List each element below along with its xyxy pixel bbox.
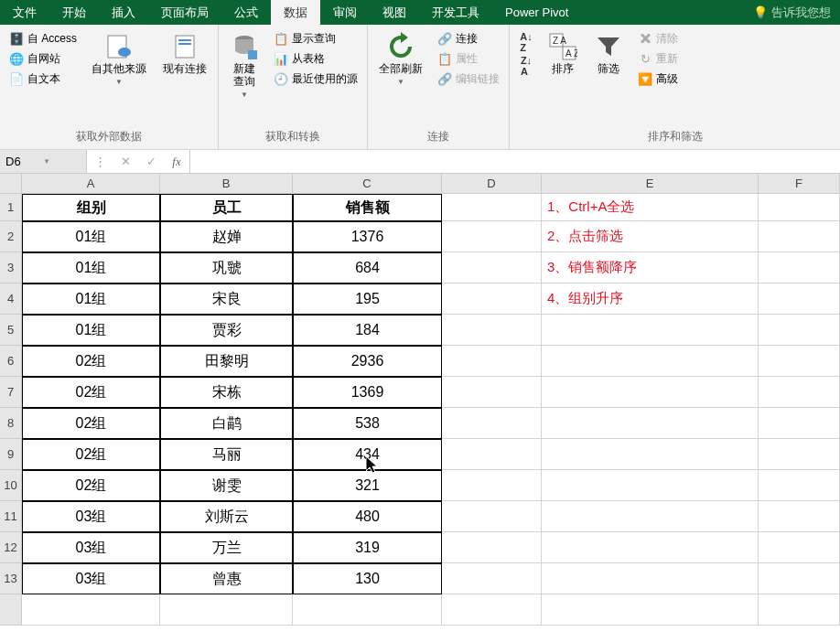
cell-D4[interactable] — [442, 284, 542, 315]
cell-D7[interactable] — [442, 377, 542, 408]
sort-az-button[interactable]: A↓Z — [515, 34, 537, 50]
cell-A8[interactable]: 02组 — [22, 408, 160, 439]
row-header-11[interactable]: 11 — [0, 501, 22, 532]
cell-C11[interactable]: 480 — [293, 501, 442, 532]
cell-F14[interactable] — [759, 594, 840, 626]
cell-header-2[interactable]: 销售额 — [293, 194, 442, 221]
sort-button[interactable]: Z AA Z 排序 — [543, 28, 583, 80]
cell-C4[interactable]: 195 — [293, 284, 442, 315]
advanced-filter-button[interactable]: 🔽 高级 — [634, 70, 682, 88]
cell-E5[interactable] — [542, 315, 759, 346]
cell-C12[interactable]: 319 — [293, 532, 442, 563]
row-header-4[interactable]: 4 — [0, 284, 22, 315]
cell-A3[interactable]: 01组 — [22, 252, 160, 284]
cell-C7[interactable]: 1369 — [293, 377, 442, 408]
clear-filter-button[interactable]: 🗙 清除 — [634, 30, 682, 48]
cell-B4[interactable]: 宋良 — [160, 284, 293, 315]
cell-D2[interactable] — [442, 221, 542, 252]
menu-dev[interactable]: 开发工具 — [419, 0, 492, 25]
cell-F12[interactable] — [759, 532, 840, 563]
edit-links-button[interactable]: 🔗 编辑链接 — [434, 70, 503, 88]
cell-C3[interactable]: 684 — [293, 252, 442, 284]
fb-dots[interactable]: ⋮ — [87, 150, 113, 173]
row-header-7[interactable]: 7 — [0, 377, 22, 408]
cell-A13[interactable]: 03组 — [22, 563, 160, 594]
cell-E3[interactable]: 3、销售额降序 — [542, 252, 759, 284]
tell-me-box[interactable]: 💡 告诉我您想 — [744, 0, 840, 25]
row-header-9[interactable]: 9 — [0, 439, 22, 470]
cell-header-1[interactable]: 员工 — [160, 194, 293, 221]
menu-file[interactable]: 文件 — [0, 0, 49, 25]
fx-button[interactable]: fx — [164, 150, 189, 173]
cell-A11[interactable]: 03组 — [22, 501, 160, 532]
cell-A5[interactable]: 01组 — [22, 315, 160, 346]
cell-A14[interactable] — [22, 594, 160, 626]
new-query-button[interactable]: 新建 查询 ▼ — [224, 28, 264, 102]
menu-review[interactable]: 审阅 — [320, 0, 370, 25]
from-other-button[interactable]: 自其他来源 ▼ — [86, 28, 152, 90]
recent-source-button[interactable]: 🕘 最近使用的源 — [270, 70, 361, 88]
row-header-13[interactable]: 13 — [0, 563, 22, 594]
accept-formula-button[interactable]: ✓ — [138, 150, 164, 173]
menu-insert[interactable]: 插入 — [99, 0, 148, 25]
cell-D14[interactable] — [442, 594, 542, 626]
cell-D5[interactable] — [442, 315, 542, 346]
cell-F1[interactable] — [759, 194, 840, 221]
cell-F7[interactable] — [759, 377, 840, 408]
row-header-2[interactable]: 2 — [0, 221, 22, 252]
cell-E11[interactable] — [542, 501, 759, 532]
cell-B2[interactable]: 赵婵 — [160, 221, 293, 252]
menu-formula[interactable]: 公式 — [221, 0, 271, 25]
cell-B5[interactable]: 贾彩 — [160, 315, 293, 346]
col-header-D[interactable]: D — [442, 174, 542, 194]
formula-input[interactable] — [190, 150, 840, 173]
col-header-B[interactable]: B — [160, 174, 293, 194]
reapply-button[interactable]: ↻ 重新 — [634, 50, 682, 68]
row-header-8[interactable]: 8 — [0, 408, 22, 439]
menu-layout[interactable]: 页面布局 — [148, 0, 221, 25]
cell-A2[interactable]: 01组 — [22, 221, 160, 252]
cell-C2[interactable]: 1376 — [293, 221, 442, 252]
from-web-button[interactable]: 🌐 自网站 — [5, 50, 81, 68]
cell-E10[interactable] — [542, 470, 759, 501]
cell-C6[interactable]: 2936 — [293, 346, 442, 377]
cancel-formula-button[interactable]: ✕ — [113, 150, 138, 173]
cell-C5[interactable]: 184 — [293, 315, 442, 346]
row-header-12[interactable]: 12 — [0, 532, 22, 563]
cell-E14[interactable] — [542, 594, 759, 626]
cell-F10[interactable] — [759, 470, 840, 501]
sort-za-button[interactable]: Z↓A — [515, 58, 537, 74]
cell-C14[interactable] — [293, 594, 442, 626]
from-table-button[interactable]: 📊 从表格 — [270, 50, 361, 68]
cell-C13[interactable]: 130 — [293, 563, 442, 594]
cell-B3[interactable]: 巩虢 — [160, 252, 293, 284]
col-header-F[interactable]: F — [759, 174, 840, 194]
name-box[interactable]: D6 ▼ — [0, 150, 87, 173]
cell-E12[interactable] — [542, 532, 759, 563]
cell-D6[interactable] — [442, 346, 542, 377]
cell-C10[interactable]: 321 — [293, 470, 442, 501]
cell-B10[interactable]: 谢雯 — [160, 470, 293, 501]
row-header-14[interactable] — [0, 594, 22, 626]
cell-E7[interactable] — [542, 377, 759, 408]
cell-B8[interactable]: 白鹋 — [160, 408, 293, 439]
cell-B9[interactable]: 马丽 — [160, 439, 293, 470]
cell-B11[interactable]: 刘斯云 — [160, 501, 293, 532]
connection-button[interactable]: 🔗 连接 — [434, 30, 503, 48]
from-text-button[interactable]: 📄 自文本 — [5, 70, 81, 88]
cell-D9[interactable] — [442, 439, 542, 470]
cell-A4[interactable]: 01组 — [22, 284, 160, 315]
menu-powerpivot[interactable]: Power Pivot — [492, 0, 581, 25]
cell-header-0[interactable]: 组别 — [22, 194, 160, 221]
cell-A6[interactable]: 02组 — [22, 346, 160, 377]
filter-button[interactable]: 筛选 — [588, 28, 629, 80]
from-access-button[interactable]: 🗄️ 自 Access — [5, 30, 81, 48]
cell-F11[interactable] — [759, 501, 840, 532]
cell-D12[interactable] — [442, 532, 542, 563]
row-header-5[interactable]: 5 — [0, 315, 22, 346]
cell-E2[interactable]: 2、点击筛选 — [542, 221, 759, 252]
cell-E1[interactable]: 1、Ctrl+A全选 — [542, 194, 759, 221]
col-header-C[interactable]: C — [293, 174, 442, 194]
cell-F3[interactable] — [759, 252, 840, 284]
cell-F2[interactable] — [759, 221, 840, 252]
